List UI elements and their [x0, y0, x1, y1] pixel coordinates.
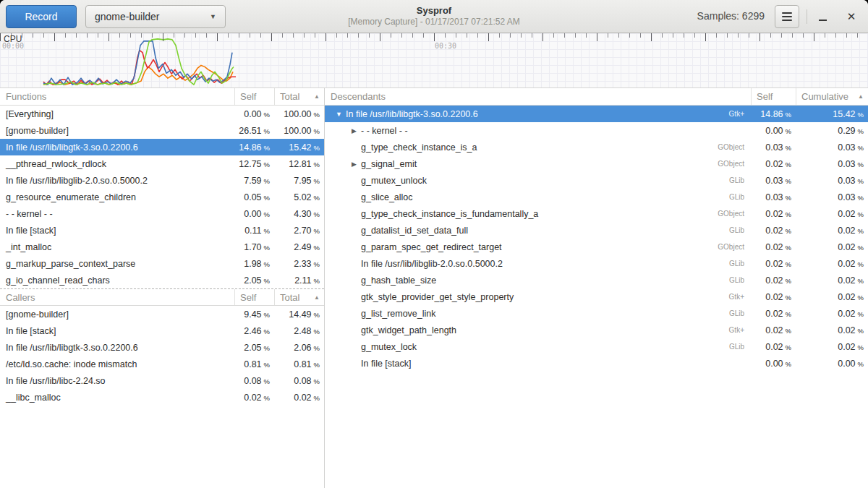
table-row[interactable]: g_list_remove_linkGLib0.02%0.02% — [325, 305, 868, 322]
table-row[interactable]: In file [stack]0.11%2.70% — [0, 222, 324, 239]
table-row[interactable]: g_hash_table_sizeGLib0.02%0.02% — [325, 272, 868, 288]
descendant-name: g_mutex_unlock — [359, 176, 427, 186]
self-cell-value: 0.11 — [244, 226, 261, 236]
self-cell-value: 0.02 — [765, 275, 783, 286]
table-row[interactable]: ▶- - kernel - -0.00%0.29% — [325, 122, 868, 139]
percent-sign: % — [264, 277, 270, 285]
table-row[interactable]: ▶g_signal_emitGObject0.02%0.03% — [325, 155, 868, 172]
cumulative-cell-value: 0.03 — [838, 142, 855, 153]
percent-sign: % — [314, 144, 320, 152]
ruler-tick — [629, 33, 630, 38]
expand-triangle-icon[interactable]: ▶ — [349, 127, 359, 134]
percent-sign: % — [264, 344, 270, 352]
table-row[interactable]: [gnome-builder]26.51%100.00% — [0, 122, 324, 139]
library-tag: GLib — [729, 226, 751, 234]
percent-sign: % — [264, 328, 270, 335]
table-row[interactable]: __pthread_rwlock_rdlock12.75%12.81% — [0, 155, 324, 172]
cumulative-cell-value: 0.02 — [838, 325, 855, 335]
table-row[interactable]: _int_malloc1.70%2.49% — [0, 239, 324, 255]
total-cell-value: 0.02 — [294, 393, 311, 403]
record-button[interactable]: Record — [6, 5, 77, 28]
total-column-header[interactable]: Total ▲ — [274, 88, 324, 105]
table-row[interactable]: g_resource_enumerate_children0.05%5.02% — [0, 189, 324, 205]
self-cell-value: 14.86 — [239, 142, 261, 153]
ruler-tick — [412, 33, 413, 38]
descendant-name-cell: g_mutex_lockGLib — [325, 342, 751, 352]
ruler-tick — [119, 33, 120, 38]
descendant-name: gtk_style_provider_get_style_property — [359, 292, 514, 302]
sort-ascending-icon: ▲ — [314, 294, 320, 301]
total-column-label: Total — [280, 91, 299, 102]
time-label: 00:00 — [2, 42, 24, 50]
table-row[interactable]: g_param_spec_get_redirect_targetGObject0… — [325, 239, 868, 255]
self-cell-value: 0.00 — [765, 126, 783, 136]
ruler-tick — [456, 33, 456, 38]
library-tag: GLib — [729, 343, 751, 351]
table-row[interactable]: In file /usr/lib/libgtk-3.so.0.2200.614.… — [0, 139, 324, 155]
table-row[interactable]: g_mutex_unlockGLib0.03%0.03% — [325, 172, 868, 189]
menu-button[interactable] — [775, 5, 799, 28]
callers-total-column-header[interactable]: Total ▲ — [274, 289, 324, 305]
ruler-tick — [542, 33, 543, 41]
function-name: g_resource_enumerate_children — [6, 192, 136, 202]
table-row[interactable]: In file /usr/lib/libgtk-3.so.0.2200.62.0… — [0, 339, 324, 356]
cumulative-cell: 0.02% — [796, 275, 868, 286]
ruler-tick — [174, 33, 174, 38]
table-row[interactable]: g_io_channel_read_chars2.05%2.11% — [0, 272, 324, 288]
table-row[interactable]: gtk_style_provider_get_style_propertyGtk… — [325, 288, 868, 305]
descendant-name: In file /usr/lib/libgtk-3.so.0.2200.6 — [344, 109, 478, 119]
percent-sign: % — [786, 111, 791, 119]
table-row[interactable]: g_mutex_lockGLib0.02%0.02% — [325, 338, 868, 355]
cumulative-cell-value: 0.03 — [838, 176, 855, 186]
self-cell-value: 0.02 — [765, 292, 783, 302]
table-row[interactable]: In file /usr/lib/libc-2.24.so0.08%0.08% — [0, 372, 324, 389]
expand-triangle-icon[interactable]: ▶ — [349, 160, 359, 168]
process-selector-dropdown[interactable]: gnome-builder ▼ — [85, 5, 226, 28]
table-row[interactable]: ▼In file /usr/lib/libgtk-3.so.0.2200.6Gt… — [325, 106, 868, 122]
collapse-triangle-icon[interactable]: ▼ — [334, 111, 344, 118]
table-row[interactable]: - - kernel - -0.00%4.30% — [0, 205, 324, 222]
self-cell-value: 2.46 — [244, 326, 261, 336]
callers-self-column-header[interactable]: Self — [234, 289, 274, 305]
descendant-name-cell: g_slice_allocGLib — [325, 192, 751, 202]
table-row[interactable]: g_type_check_instance_is_fundamentally_a… — [325, 205, 868, 222]
total-cell: 2.49% — [274, 242, 324, 252]
ruler-tick — [564, 33, 565, 38]
minimize-button[interactable] — [812, 6, 833, 27]
time-label: 00:30 — [435, 42, 456, 50]
table-row[interactable]: g_slice_allocGLib0.03%0.03% — [325, 189, 868, 205]
table-row[interactable]: /etc/ld.so.cache: inode mismatch0.81%0.8… — [0, 356, 324, 372]
callers-column-header[interactable]: Callers — [0, 289, 234, 305]
self-cell: 0.03% — [751, 192, 796, 202]
table-row[interactable]: __libc_malloc0.02%0.02% — [0, 389, 324, 406]
cumulative-cell: 0.02% — [796, 309, 868, 319]
descendants-self-column-header[interactable]: Self — [751, 88, 796, 105]
table-row[interactable]: g_datalist_id_set_data_fullGLib0.02%0.02… — [325, 222, 868, 239]
table-row[interactable]: [Everything]0.00%100.00% — [0, 106, 324, 122]
cpu-graph[interactable]: CPU 00:0000:30 — [0, 33, 868, 88]
function-name: g_io_channel_read_chars — [6, 275, 110, 286]
table-row[interactable]: In file [stack]2.46%2.48% — [0, 322, 324, 339]
close-button[interactable]: ✕ — [841, 6, 862, 27]
table-row[interactable]: g_type_check_instance_is_aGObject0.03%0.… — [325, 139, 868, 155]
table-row[interactable]: In file /usr/lib/libglib-2.0.so.0.5000.2… — [0, 172, 324, 189]
table-row[interactable]: In file /usr/lib/libglib-2.0.so.0.5000.2… — [325, 255, 868, 272]
self-cell: 2.05% — [234, 343, 274, 353]
percent-sign: % — [786, 227, 791, 235]
function-name: g_markup_parse_context_parse — [6, 259, 135, 269]
functions-column-header[interactable]: Functions — [0, 88, 234, 105]
percent-sign: % — [786, 343, 791, 351]
descendants-column-header[interactable]: Descendants — [325, 88, 751, 105]
table-row[interactable]: [gnome-builder]9.45%14.49% — [0, 306, 324, 322]
self-column-header[interactable]: Self — [234, 88, 274, 105]
cumulative-cell: 0.02% — [796, 209, 868, 219]
cumulative-column-header[interactable]: Cumulative ▲ — [796, 88, 868, 105]
ruler-tick — [814, 33, 814, 41]
descendant-name-cell: g_datalist_id_set_data_fullGLib — [325, 226, 751, 236]
table-row[interactable]: g_markup_parse_context_parse1.98%2.33% — [0, 255, 324, 272]
function-name-cell: In file /usr/lib/libglib-2.0.so.0.5000.2 — [0, 176, 234, 186]
table-row[interactable]: In file [stack]0.00%0.00% — [325, 355, 868, 372]
table-row[interactable]: gtk_widget_path_lengthGtk+0.02%0.02% — [325, 322, 868, 338]
ruler-tick — [846, 33, 847, 38]
self-cell-value: 7.59 — [244, 176, 261, 186]
